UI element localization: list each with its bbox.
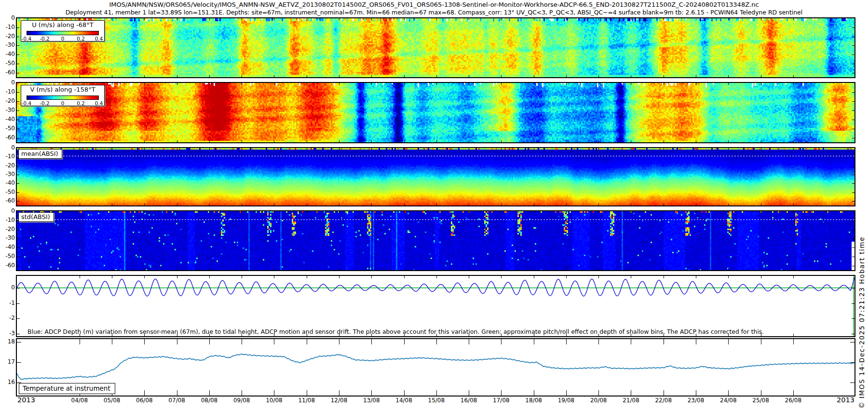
date-tick-label: 19/08 <box>555 397 577 404</box>
colorbar-tick-label: 0 <box>56 100 69 106</box>
colorbar-tick-label: -0.2 <box>39 36 51 41</box>
v-legend-title: V (m/s) along -158°T <box>21 86 104 93</box>
depth-tick-label: -30 <box>1 171 15 178</box>
depth-tick-label: -10 <box>1 217 15 223</box>
depth-variation-tick-label: -3 <box>1 330 15 337</box>
u-colorbar <box>27 31 99 35</box>
date-tick-label: 06/08 <box>133 397 155 404</box>
temperature-tick-label: 18 <box>1 338 15 345</box>
date-tick-label: 09/08 <box>231 397 253 404</box>
depth-tick-label: 0 <box>1 14 15 21</box>
date-tick-label: 13/08 <box>360 397 382 404</box>
depth-tick-label: -60 <box>1 197 15 204</box>
temperature-tick-label: 16 <box>1 379 15 385</box>
v-velocity-heatmap <box>17 83 854 142</box>
depth-tick-label: -50 <box>1 253 15 260</box>
date-tick-label: 07/08 <box>166 397 188 404</box>
adcp-figure: IMOS/ANMN/NSW/ORS065/Velocity/IMOS_ANMN-… <box>0 0 868 410</box>
depth-variation-tick-label: -2 <box>1 314 15 321</box>
date-tick-label: 04/08 <box>68 397 91 404</box>
depth-tick-label: -10 <box>1 24 15 30</box>
imos-watermark: © IMOS 14-Dec-2025 07:21:23 Hobart time <box>858 191 866 409</box>
depth-tick-label: 0 <box>1 144 15 151</box>
depth-tick-label: -50 <box>1 60 15 67</box>
panel-depth-variation: Blue: ADCP Depth (m) variation from sens… <box>16 275 855 337</box>
panel-std-absi: std(ABSI) <box>16 210 855 271</box>
panel-mean-absi: mean(ABSI) <box>16 147 855 206</box>
colorbar-tick-label: 0.4 <box>93 100 105 106</box>
depth-tick-label: -40 <box>1 116 15 123</box>
depth-tick-label: -40 <box>1 51 15 57</box>
panel-temperature: Temperature at instrument <box>16 338 855 396</box>
depth-tick-label: -10 <box>1 88 15 95</box>
std-absi-heatmap <box>17 211 854 270</box>
date-tick-label: 10/08 <box>263 397 285 404</box>
depth-tick-label: -30 <box>1 234 15 241</box>
depth-tick-label: 0 <box>1 207 15 214</box>
depth-variation-tick-label: 0 <box>1 284 15 291</box>
colorbar-tick-label: 0 <box>56 36 69 41</box>
depth-tick-label: -60 <box>1 69 15 76</box>
figure-subtitle-deployment: Deployment 41, member 1 lat=33.89S lon=1… <box>0 9 868 16</box>
v-legend: V (m/s) along -158°T -0.4-0.200.20.4 <box>21 85 105 106</box>
date-tick-label: 16/08 <box>458 397 480 404</box>
depth-tick-label: -40 <box>1 179 15 186</box>
date-tick-label: 18/08 <box>523 397 545 404</box>
date-tick-label: 17/08 <box>490 397 512 404</box>
depth-tick-label: -10 <box>1 153 15 160</box>
date-tick-label: 22/08 <box>652 397 675 404</box>
panel-v-velocity: V (m/s) along -158°T -0.4-0.200.20.4 <box>16 82 855 143</box>
std-absi-label: std(ABSI) <box>18 212 54 222</box>
date-tick-label: 20/08 <box>587 397 610 404</box>
depth-tick-label: -50 <box>1 189 15 195</box>
date-tick-label: 25/08 <box>750 397 772 404</box>
date-tick-label: 24/08 <box>717 397 739 404</box>
u-legend: U (m/s) along -68°T -0.4-0.200.20.4 <box>21 20 105 41</box>
date-tick-label: 12/08 <box>328 397 350 404</box>
colorbar-tick-label: 0.2 <box>75 36 87 41</box>
depth-tick-label: -50 <box>1 125 15 132</box>
temperature-label: Temperature at instrument <box>19 383 115 394</box>
depth-variation-note: Blue: ADCP Depth (m) variation from sens… <box>27 328 764 335</box>
depth-tick-label: -30 <box>1 41 15 48</box>
depth-variation-plot <box>17 276 854 336</box>
depth-tick-label: -60 <box>1 262 15 269</box>
colorbar-tick-label: -0.4 <box>20 100 33 106</box>
colorbar-tick-label: -0.4 <box>20 36 33 41</box>
depth-tick-label: -20 <box>1 226 15 232</box>
panel-u-velocity: U (m/s) along -68°T -0.4-0.200.20.4 <box>16 17 855 78</box>
depth-tick-label: -60 <box>1 134 15 141</box>
date-tick-label: 23/08 <box>685 397 707 404</box>
x-axis-year-left: 2013 <box>17 396 35 404</box>
depth-tick-label: -20 <box>1 97 15 104</box>
u-legend-title: U (m/s) along -68°T <box>21 21 104 28</box>
depth-tick-label: 0 <box>1 79 15 86</box>
u-velocity-heatmap <box>17 18 854 77</box>
mean-absi-label: mean(ABSI) <box>18 149 62 159</box>
depth-variation-tick-label: -1 <box>1 300 15 306</box>
v-colorbar <box>27 96 99 100</box>
temperature-tick-label: 17 <box>1 358 15 365</box>
date-tick-label: 11/08 <box>296 397 318 404</box>
depth-tick-label: -30 <box>1 107 15 113</box>
depth-tick-label: -20 <box>1 162 15 169</box>
x-axis-year-right: 2013 <box>817 396 854 404</box>
date-tick-label: 15/08 <box>425 397 448 404</box>
date-tick-label: 05/08 <box>101 397 123 404</box>
date-tick-label: 26/08 <box>782 397 804 404</box>
date-tick-label: 14/08 <box>393 397 415 404</box>
figure-title-filename: IMOS/ANMN/NSW/ORS065/Velocity/IMOS_ANMN-… <box>0 1 868 8</box>
mean-absi-heatmap <box>17 148 854 205</box>
date-tick-label: 08/08 <box>198 397 220 404</box>
colorbar-tick-label: 0.4 <box>93 36 105 41</box>
depth-tick-label: -20 <box>1 33 15 40</box>
colorbar-tick-label: 0.2 <box>75 100 87 106</box>
temperature-plot <box>17 339 854 396</box>
colorbar-tick-label: -0.2 <box>39 100 51 106</box>
date-tick-label: 21/08 <box>620 397 642 404</box>
depth-tick-label: -40 <box>1 244 15 250</box>
